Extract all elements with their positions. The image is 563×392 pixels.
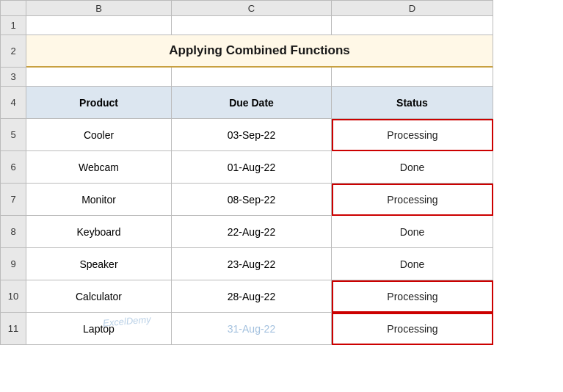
row-header-5[interactable]: 5	[0, 119, 26, 151]
cell-date-0[interactable]: 03-Sep-22	[172, 119, 332, 151]
cell-status-2[interactable]: Processing	[332, 184, 493, 216]
cell-product-5[interactable]: Calculator	[26, 280, 172, 313]
row-1	[26, 16, 563, 35]
header-due-date[interactable]: Due Date	[172, 87, 332, 119]
cell-status-0[interactable]: Processing	[332, 119, 493, 151]
cell-product-3[interactable]: Keyboard	[26, 216, 172, 248]
cell-d3[interactable]	[332, 68, 493, 87]
row-9: Speaker 23-Aug-22 Done	[26, 248, 563, 280]
row-header-4[interactable]: 4	[0, 87, 26, 119]
cell-b1[interactable]	[26, 16, 172, 35]
cell-d1[interactable]	[332, 16, 493, 35]
row-3	[26, 68, 563, 87]
row-header-9[interactable]: 9	[0, 248, 26, 280]
cell-b3[interactable]	[26, 68, 172, 87]
col-header-d[interactable]: D	[332, 0, 493, 16]
row-headers: 1 2 3 4 5 6 7 8 9 10 11	[0, 16, 26, 392]
header-product[interactable]: Product	[26, 87, 172, 119]
title-cell[interactable]: Applying Combined Functions	[26, 35, 493, 68]
cell-date-3[interactable]: 22-Aug-22	[172, 216, 332, 248]
grid-body: 1 2 3 4 5 6 7 8 9 10 11 Applying Combine…	[0, 16, 563, 392]
cell-c3[interactable]	[172, 68, 332, 87]
row-header-3[interactable]: 3	[0, 68, 26, 87]
row-5: Cooler 03-Sep-22 Processing	[26, 119, 563, 151]
row-8: Keyboard 22-Aug-22 Done	[26, 216, 563, 248]
row-header-7[interactable]: 7	[0, 184, 26, 216]
header-status[interactable]: Status	[332, 87, 493, 119]
cell-date-1[interactable]: 01-Aug-22	[172, 151, 332, 184]
column-headers: B C D	[0, 0, 563, 16]
col-header-b[interactable]: B	[26, 0, 172, 16]
row-header-8[interactable]: 8	[0, 216, 26, 248]
row-4: Product Due Date Status	[26, 87, 563, 119]
cell-date-6[interactable]: 31-Aug-22	[172, 313, 332, 345]
cell-product-0[interactable]: Cooler	[26, 119, 172, 151]
cell-product-2[interactable]: Monitor	[26, 184, 172, 216]
cell-c1[interactable]	[172, 16, 332, 35]
row-11: Laptop 31-Aug-22 Processing	[26, 313, 563, 345]
row-6: Webcam 01-Aug-22 Done	[26, 151, 563, 184]
col-header-c[interactable]: C	[172, 0, 332, 16]
cell-product-1[interactable]: Webcam	[26, 151, 172, 184]
cell-date-4[interactable]: 23-Aug-22	[172, 248, 332, 280]
cell-status-5[interactable]: Processing	[332, 280, 493, 313]
cell-date-5[interactable]: 28-Aug-22	[172, 280, 332, 313]
row-header-10[interactable]: 10	[0, 280, 26, 313]
row-2: Applying Combined Functions	[26, 35, 563, 68]
row-header-6[interactable]: 6	[0, 151, 26, 184]
cell-product-6[interactable]: Laptop	[26, 313, 172, 345]
cell-status-4[interactable]: Done	[332, 248, 493, 280]
grid-content: Applying Combined Functions Product Due …	[26, 16, 563, 392]
row-header-1[interactable]: 1	[0, 16, 26, 35]
cell-status-1[interactable]: Done	[332, 151, 493, 184]
spreadsheet: B C D 1 2 3 4 5 6 7 8 9 10 11	[0, 0, 563, 392]
row-10: Calculator 28-Aug-22 Processing	[26, 280, 563, 313]
spreadsheet-title: Applying Combined Functions	[169, 43, 349, 58]
row-7: Monitor 08-Sep-22 Processing	[26, 184, 563, 216]
row-header-11[interactable]: 11	[0, 313, 26, 345]
cell-status-3[interactable]: Done	[332, 216, 493, 248]
cell-date-2[interactable]: 08-Sep-22	[172, 184, 332, 216]
corner-cell	[0, 0, 26, 16]
cell-product-4[interactable]: Speaker	[26, 248, 172, 280]
cell-status-6[interactable]: Processing	[332, 313, 493, 345]
row-header-2[interactable]: 2	[0, 35, 26, 68]
